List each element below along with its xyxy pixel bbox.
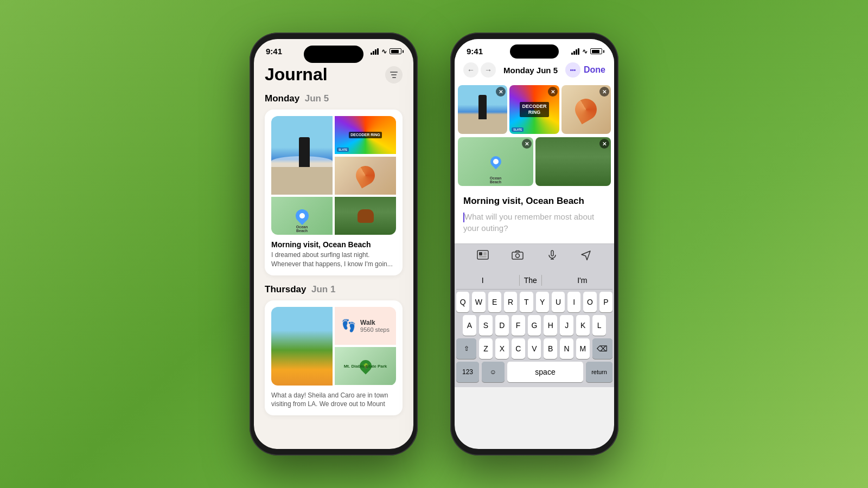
more-button[interactable]: •••	[565, 62, 580, 78]
keyboard: I The I'm Q W E R T Y U I O P A S D	[455, 268, 614, 387]
backspace-key[interactable]: ⌫	[592, 338, 612, 359]
shift-key[interactable]: ⇧	[456, 338, 476, 359]
edit-shell-photo: ✕	[561, 85, 611, 134]
remove-ocean-beach[interactable]: ✕	[522, 139, 532, 149]
suggestion-im[interactable]: I'm	[573, 275, 591, 286]
key-y[interactable]: Y	[536, 292, 549, 312]
phone-left-screen: 9:41 ∿ Journal Monday Jun 5	[254, 39, 413, 449]
park-label: Mt. Diablo State Park	[344, 364, 387, 369]
key-k[interactable]: K	[576, 315, 590, 336]
key-w[interactable]: W	[472, 292, 485, 312]
key-f[interactable]: F	[512, 315, 525, 336]
svg-rect-2	[483, 252, 487, 255]
wifi-icon-left: ∿	[381, 48, 387, 55]
remove-shell-photo[interactable]: ✕	[599, 87, 609, 97]
edit-media-bottom-row: OceanBeach ✕ ✕	[455, 137, 614, 189]
edit-entry-body[interactable]: What will you remember most about your o…	[463, 211, 605, 234]
done-button[interactable]: Done	[584, 65, 605, 75]
signal-icon-right	[571, 48, 579, 55]
dynamic-island-left	[304, 46, 363, 63]
status-time-left: 9:41	[266, 47, 282, 56]
key-j[interactable]: J	[560, 315, 573, 336]
dynamic-island-right	[510, 44, 559, 59]
edit-ocean-beach: OceanBeach ✕	[458, 137, 533, 186]
back-button[interactable]: ←	[463, 62, 478, 78]
keyboard-row-1: Q W E R T Y U I O P	[456, 292, 612, 312]
key-l[interactable]: L	[592, 315, 606, 336]
audio-button[interactable]	[546, 250, 558, 262]
wifi-icon-right: ∿	[582, 48, 588, 55]
key-d[interactable]: D	[495, 315, 509, 336]
key-t[interactable]: T	[520, 292, 533, 312]
journal-title: Journal	[265, 65, 328, 85]
key-o[interactable]: O	[583, 292, 596, 312]
entry-card-1[interactable]: DECODER RING SLATE Ocean	[265, 110, 403, 275]
footsteps-icon: 👣	[341, 319, 356, 333]
numbers-key[interactable]: 123	[456, 362, 479, 382]
entry-title-1: Morning visit, Ocean Beach	[271, 240, 396, 249]
section-date-2: Thursday Jun 1	[265, 284, 403, 295]
shell-photo	[335, 157, 396, 195]
key-r[interactable]: R	[504, 292, 517, 312]
emoji-key[interactable]: ☺	[482, 362, 505, 382]
key-q[interactable]: Q	[456, 292, 469, 312]
entry-media-grid-1: DECODER RING SLATE Ocean	[271, 116, 396, 235]
return-key[interactable]: return	[586, 362, 612, 382]
svg-rect-1	[479, 252, 482, 255]
key-u[interactable]: U	[552, 292, 565, 312]
walk-steps: 9560 steps	[360, 326, 390, 333]
key-h[interactable]: H	[544, 315, 557, 336]
svg-rect-6	[551, 251, 553, 256]
edit-dog-photo-right: ✕	[535, 137, 611, 186]
journal-header: Journal	[265, 59, 403, 85]
remove-decoder-photo[interactable]: ✕	[548, 87, 558, 97]
status-bar-left: 9:41 ∿	[254, 39, 413, 59]
key-a[interactable]: A	[463, 315, 476, 336]
mt-diablo-tile: Mt. Diablo State Park	[335, 347, 396, 386]
key-c[interactable]: C	[512, 338, 525, 359]
edit-decoder-label: DECODERRING	[520, 102, 548, 117]
svg-point-5	[516, 254, 520, 258]
suggestion-i[interactable]: I	[477, 275, 488, 286]
edit-ocean-beach-label: OceanBeach	[490, 176, 501, 184]
entry-card-2[interactable]: 👣 Walk 9560 steps Mt. Diablo State Park	[265, 300, 403, 416]
key-p[interactable]: P	[599, 292, 612, 312]
edit-date: Monday Jun 5	[503, 66, 558, 75]
walk-title: Walk	[360, 319, 390, 326]
key-e[interactable]: E	[488, 292, 501, 312]
key-b[interactable]: B	[544, 338, 557, 359]
ocean-beach-label: OceanBeach	[296, 225, 308, 233]
edit-entry-title: Morning visit, Ocean Beach	[463, 196, 605, 207]
dog-photo	[335, 197, 396, 235]
space-key[interactable]: space	[507, 362, 583, 382]
key-s[interactable]: S	[479, 315, 493, 336]
edit-header: ← → Monday Jun 5 ••• Done	[455, 59, 614, 82]
edit-entry-content[interactable]: Morning visit, Ocean Beach What will you…	[455, 189, 614, 243]
section-date-1: Monday Jun 5	[265, 93, 403, 104]
photo-library-button[interactable]	[477, 250, 489, 262]
key-g[interactable]: G	[528, 315, 541, 336]
entry-body-2: What a day! Sheila and Caro are in town …	[271, 391, 396, 409]
key-z[interactable]: Z	[479, 338, 493, 359]
filter-button[interactable]	[385, 66, 403, 84]
suggestion-the[interactable]: The	[519, 275, 542, 286]
battery-icon-left	[390, 48, 401, 54]
slate-badge: SLATE	[337, 147, 349, 152]
key-n[interactable]: N	[560, 338, 573, 359]
remove-dog-photo[interactable]: ✕	[599, 139, 609, 149]
toolbar	[455, 243, 614, 268]
journal-content[interactable]: Journal Monday Jun 5	[254, 59, 413, 439]
entry-media-grid-2: 👣 Walk 9560 steps Mt. Diablo State Park	[271, 307, 396, 386]
key-m[interactable]: M	[576, 338, 590, 359]
key-x[interactable]: X	[495, 338, 509, 359]
status-icons-right: ∿	[571, 48, 602, 55]
keyboard-row-2: A S D F G H J K L	[456, 315, 612, 336]
location-button[interactable]	[581, 249, 592, 263]
forward-button[interactable]: →	[481, 62, 496, 78]
camera-button[interactable]	[512, 250, 524, 262]
key-v[interactable]: V	[528, 338, 541, 359]
status-icons-left: ∿	[371, 48, 401, 55]
key-i[interactable]: I	[567, 292, 580, 312]
ocean-beach-tile: OceanBeach	[271, 197, 333, 235]
status-bar-right: 9:41 ∿	[455, 39, 614, 59]
